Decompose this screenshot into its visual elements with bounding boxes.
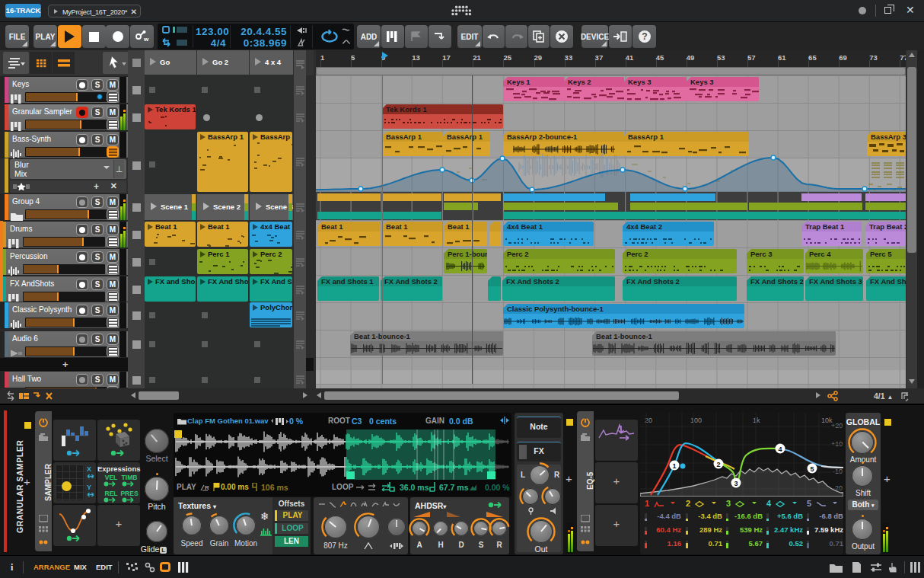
svg-text:R: R — [205, 484, 209, 491]
svg-text:?: ? — [642, 31, 647, 42]
svg-text:w: w — [143, 36, 149, 43]
svg-text:4: 4 — [778, 445, 782, 453]
svg-text:5: 5 — [810, 465, 814, 473]
svg-text:1: 1 — [672, 462, 676, 470]
svg-text:2: 2 — [716, 461, 720, 468]
svg-text:3: 3 — [734, 480, 738, 487]
